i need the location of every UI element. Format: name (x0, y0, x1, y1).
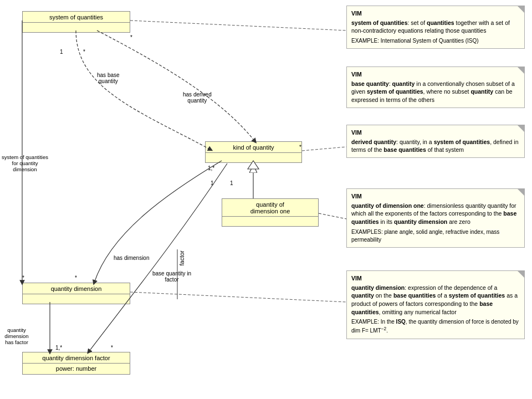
label-1e: 1,* (55, 345, 62, 351)
vim5-title: VIM (351, 274, 520, 283)
label-star-top: * (130, 34, 132, 40)
kind-of-quantity-label: kind of quantity (209, 144, 298, 151)
quantity-dimension-factor-label: quantity dimension factor (26, 355, 126, 361)
label-has-derived-quantity: has derivedquantity (183, 91, 212, 104)
label-1d: 1 (230, 180, 233, 186)
label-star-a: * (83, 49, 85, 55)
vim3-text: derived quantity: quantity, in a system … (351, 138, 520, 154)
svg-line-5 (319, 213, 346, 219)
vim4-title: VIM (351, 192, 520, 201)
vim-box-5: VIM quantity dimension: expression of th… (346, 270, 525, 339)
vim1-example: EXAMPLE: International System of Quantit… (351, 37, 520, 45)
vim-box-1: VIM system of quantities: set of quantit… (346, 6, 525, 49)
kind-of-quantity-box: kind of quantity (205, 141, 302, 163)
label-1b: 1,* (208, 165, 214, 171)
quantity-dimension-box: quantity dimension (22, 283, 130, 304)
vim1-title: VIM (351, 9, 520, 18)
power-number-label: power: number (26, 365, 126, 372)
quantity-of-dimension-one-label: quantity ofdimension one (226, 201, 315, 214)
vim5-example: EXAMPLE: In the ISQ, the quantity dimens… (351, 318, 520, 335)
vim5-text: quantity dimension: expression of the de… (351, 284, 520, 316)
vim-box-4: VIM quantity of dimension one: dimension… (346, 188, 525, 248)
quantity-of-dimension-one-box: quantity ofdimension one (222, 198, 319, 227)
vim4-example: EXAMPLES: plane angle, solid angle, refr… (351, 228, 520, 244)
system-of-quantities-box: system of quantities (22, 11, 130, 33)
svg-line-9 (302, 147, 346, 151)
quantity-dimension-factor-box: quantity dimension factor power: number (22, 352, 130, 375)
vim-box-3: VIM derived quantity: quantity, in a sys… (346, 125, 525, 158)
label-system-for-dimension: system of quantitiesfor quantitydimensio… (0, 154, 50, 172)
label-factor: factor (178, 250, 185, 266)
vim2-title: VIM (351, 70, 520, 79)
label-base-quantity-in-factor: base quantity infactor (152, 270, 191, 283)
label-1a: 1 (60, 49, 63, 55)
label-star-e: * (111, 345, 113, 351)
vim2-text: base quantity: quantity in a conventiona… (351, 80, 520, 104)
label-star-c: * (22, 275, 24, 281)
label-star-b: * (299, 144, 301, 150)
label-has-dimension: has dimension (114, 255, 149, 261)
label-1c: 1 (211, 180, 214, 186)
vim1-text: system of quantities: set of quantities … (351, 19, 520, 35)
vim3-title: VIM (351, 129, 520, 137)
svg-line-7 (130, 21, 346, 30)
vim4-text: quantity of dimension one: dimensionless… (351, 202, 520, 226)
svg-line-8 (130, 292, 346, 302)
system-of-quantities-label: system of quantities (26, 14, 126, 21)
quantity-dimension-label: quantity dimension (26, 285, 126, 292)
vim-box-2: VIM base quantity: quantity in a convent… (346, 66, 525, 108)
label-star-d: * (75, 275, 77, 281)
label-qty-dim-has-factor: quantity dimensionhas factor (0, 327, 33, 345)
label-has-base-quantity: has basequantity (97, 72, 120, 84)
